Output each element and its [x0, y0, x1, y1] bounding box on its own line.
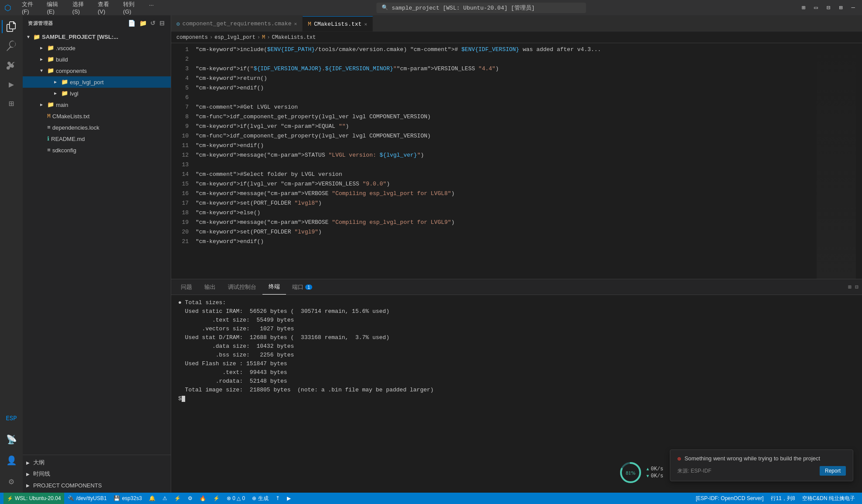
status-remote[interactable]: ⚡ WSL: Ubuntu-20.04	[3, 493, 64, 504]
activity-run-debug-icon[interactable]: ▶	[2, 75, 21, 94]
breadcrumb-sep2: ›	[257, 34, 260, 41]
minimize-button[interactable]: ─	[849, 3, 858, 12]
terminal-tab-right: ⊞ ⊟	[848, 284, 859, 291]
tab2-close-icon[interactable]: ✕	[364, 21, 367, 27]
status-flash[interactable]: ⚡	[171, 493, 184, 504]
run-icon: ▶	[287, 495, 291, 501]
usb-icon: 🔌	[68, 495, 74, 501]
collapse-icon[interactable]: ⊟	[159, 19, 166, 27]
status-encoding[interactable]: 空格C&DN 纯㐀擒电子	[799, 493, 859, 504]
cmake-file-icon: M	[47, 113, 51, 120]
menu-more[interactable]: ...	[145, 0, 157, 16]
sidebar-title: 资源管理器	[28, 20, 53, 27]
tab-cmakelists[interactable]: M CMakeLists.txt ✕	[303, 16, 373, 31]
tab1-close-icon[interactable]: ✕	[294, 21, 297, 27]
tree-item-sdkconfig[interactable]: ≡ sdkconfig	[23, 144, 171, 156]
lightning-icon: ⚡	[213, 495, 220, 501]
panel-icon[interactable]: ▭	[811, 3, 820, 12]
timeline-section[interactable]: ▶ 时间线	[23, 468, 171, 480]
tree-item-dependencies[interactable]: ≡ dependencies.lock	[23, 122, 171, 133]
breadcrumb-esp-lvgl-port[interactable]: esp_lvgl_port	[214, 34, 255, 41]
menu-view[interactable]: 查看(V)	[94, 0, 118, 16]
code-editor[interactable]: 123456789101112131415161718192021 "cm-ke…	[171, 43, 862, 279]
status-flame[interactable]: 🔥	[196, 493, 210, 504]
terminal-layout-icon[interactable]: ⊟	[855, 284, 859, 291]
terminal-tab-debug-console[interactable]: 调试控制台	[222, 279, 262, 295]
status-warning[interactable]: ⚠	[159, 493, 171, 504]
tab-component-get-requirements[interactable]: ⚙ component_get_requirements.cmake ✕	[171, 16, 303, 31]
outline-section[interactable]: ▶ 大纲	[23, 457, 171, 468]
terminal-line: .data size: 10432 bytes	[178, 342, 855, 351]
tree-item-vscode[interactable]: ▶ 📁 .vscode	[23, 42, 171, 54]
status-build[interactable]: ⊕ 生成	[248, 493, 272, 504]
activity-source-control-icon[interactable]	[2, 55, 21, 75]
tree-item-cmakelists[interactable]: M CMakeLists.txt	[23, 110, 171, 122]
activity-search-icon[interactable]	[2, 36, 21, 55]
new-folder-icon[interactable]: 📁	[138, 19, 148, 27]
tree-item-esp-lvgl-port[interactable]: ▶ 📁 esp_lvgl_port	[23, 76, 171, 88]
notification-report-button[interactable]: Report	[820, 466, 846, 476]
breadcrumb-cmakelists[interactable]: CMakeLists.txt	[272, 34, 316, 41]
search-icon: 🔍	[382, 4, 388, 11]
status-chip[interactable]: 💾 esp32s3	[110, 493, 145, 504]
menu-bar: 文件(F) 编辑(E) 选择(S) 查看(V) 转到(G) ...	[18, 0, 157, 16]
search-bar[interactable]: 🔍 sample_project [WSL: Ubuntu-20.04] [管理…	[376, 3, 586, 13]
activity-esp-icon[interactable]: ESP	[2, 409, 21, 428]
tree-item-lvgl[interactable]: ▶ 📁 lvgl	[23, 88, 171, 99]
terminal-tab-output[interactable]: 输出	[198, 279, 222, 295]
new-file-icon[interactable]: 📄	[127, 19, 137, 27]
root-folder-icon: 📁	[33, 34, 40, 40]
output-tab-label: 输出	[204, 283, 216, 291]
status-errors[interactable]: ⊗ 0 △ 0	[223, 493, 248, 504]
editor-scrollbar[interactable]	[856, 43, 862, 279]
project-components-section[interactable]: ▶ PROJECT COMPONENTS	[23, 480, 171, 491]
breadcrumb-m[interactable]: M	[262, 34, 265, 41]
terminal-line: Total image size: 218805 bytes (note: a …	[178, 386, 855, 394]
lock-file-icon: ≡	[47, 124, 51, 131]
activity-extensions-icon[interactable]: ⊞	[2, 94, 21, 113]
status-line-col[interactable]: 行11，列8	[767, 493, 799, 504]
grid-icon[interactable]: ⊞	[836, 3, 845, 12]
tree-item-components[interactable]: ▼ 📁 components	[23, 65, 171, 76]
breadcrumb-components[interactable]: components	[176, 34, 208, 41]
tree-item-build[interactable]: ▶ 📁 build	[23, 54, 171, 65]
build-icon: ⊕	[252, 495, 256, 501]
title-bar-right: ⊞ ▭ ⊟ ⊞ ─	[805, 3, 858, 12]
status-upload-btn[interactable]: ⤒	[272, 493, 283, 504]
status-lightning[interactable]: ⚡	[210, 493, 223, 504]
timeline-label: 时间线	[33, 470, 50, 478]
project-components-arrow-icon: ▶	[26, 483, 33, 488]
terminal-tab-ports[interactable]: 端口 1	[286, 279, 318, 295]
code-content[interactable]: "cm-keyword">include($ENV{IDF_PATH}/tool…	[192, 43, 817, 279]
activity-settings-icon[interactable]: ⚙	[2, 472, 21, 491]
terminal-tab-problems[interactable]: 问题	[175, 279, 198, 295]
speed-display: ▲ 0K/s ▼ 0K/s	[646, 466, 663, 479]
status-settings[interactable]: ⚙	[184, 493, 196, 504]
layout-toggle-icon[interactable]: ⊞	[799, 3, 808, 12]
menu-goto[interactable]: 转到(G)	[120, 0, 144, 16]
status-usb[interactable]: 🔌 /dev/ttyUSB1	[64, 493, 110, 504]
status-run-btn[interactable]: ▶	[283, 493, 294, 504]
terminal-line: .text: 99443 bytes	[178, 368, 855, 377]
split-icon[interactable]: ⊟	[824, 3, 833, 12]
terminal-tab-terminal[interactable]: 终端	[262, 279, 286, 295]
status-openocd[interactable]: [ESP-IDF: OpenOCD Server]	[692, 493, 767, 504]
search-text: sample_project [WSL: Ubuntu-20.04] [管理员]	[392, 4, 535, 12]
tree-root[interactable]: ▼ 📁 SAMPLE_PROJECT [WSL:...	[23, 31, 171, 42]
build-arrow-icon: ▶	[40, 57, 47, 62]
terminal-line: .text size: 55499 bytes	[178, 316, 855, 325]
activity-accounts-icon[interactable]: 👤	[2, 451, 21, 470]
ports-badge: 1	[305, 285, 312, 290]
menu-select[interactable]: 选择(S)	[69, 0, 93, 16]
refresh-icon[interactable]: ↺	[149, 19, 157, 27]
cmakelists-label: CMakeLists.txt	[52, 113, 90, 120]
activity-explorer-icon[interactable]	[2, 17, 21, 36]
tree-item-main[interactable]: ▶ 📁 main	[23, 99, 171, 110]
terminal-split-icon[interactable]: ⊞	[848, 284, 852, 291]
status-bell[interactable]: 🔔	[145, 493, 159, 504]
dependencies-label: dependencies.lock	[52, 124, 100, 131]
menu-file[interactable]: 文件(F)	[18, 0, 41, 16]
menu-edit[interactable]: 编辑(E)	[43, 0, 67, 16]
activity-remote-icon[interactable]: 📡	[2, 430, 21, 449]
tree-item-readme[interactable]: ℹ README.md	[23, 133, 171, 144]
